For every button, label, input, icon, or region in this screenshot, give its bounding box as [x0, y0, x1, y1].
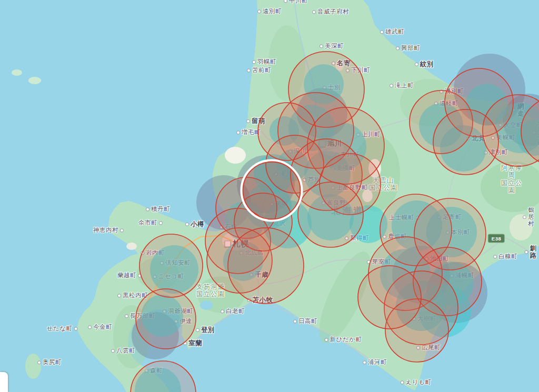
map-label-town: 池田町	[425, 255, 449, 262]
map-label-text: 留萌	[252, 117, 265, 125]
place-dot-icon	[219, 226, 223, 229]
map-label-town: 士別	[323, 84, 341, 91]
map-label-text: 美唄	[275, 200, 288, 207]
place-dot-icon	[257, 10, 261, 14]
place-dot-icon	[320, 45, 323, 48]
map-label-text: 洞爺湖町	[168, 308, 193, 315]
map-label-text: 釧路	[530, 245, 537, 260]
map-label-town: 新ひだか町	[325, 336, 362, 343]
map-label-town: 神恵内村	[93, 227, 124, 234]
map-label-capital: 札幌	[225, 239, 249, 248]
map-label-text: 浦河町	[368, 359, 387, 366]
map-label-town: 羽幌町	[252, 58, 276, 65]
map-label-town: 興部町	[396, 45, 420, 52]
map-label-town: 東川町	[335, 151, 360, 158]
map-label-text: 森町	[150, 367, 163, 374]
map-label-town: 長万部町	[125, 313, 155, 319]
map-label-town: 今金町	[88, 324, 112, 330]
map-label-town: 深川	[288, 148, 306, 155]
place-dot-icon	[412, 317, 416, 321]
map-label-text: 旭川	[327, 139, 342, 148]
place-dot-icon	[270, 203, 274, 206]
map-label-town: 遠別町	[257, 8, 282, 15]
place-dot-icon	[356, 133, 360, 137]
map-label-town: 岩内町	[141, 249, 165, 256]
map-label-town: ニセコ町	[153, 273, 184, 280]
map-label-text: 千歳	[255, 271, 268, 278]
place-dot-icon	[346, 69, 350, 73]
map-label-text: 津別町	[489, 149, 508, 156]
map-label-town: 美深町	[320, 43, 344, 49]
map-label-city: 網走	[512, 103, 530, 118]
map-label-text: 日高町	[298, 318, 317, 325]
map-label-town: 鹿追町	[383, 233, 407, 240]
map-label-town: 岩見沢	[262, 220, 286, 227]
map-control-corner[interactable]	[0, 372, 8, 392]
map-label-text: 蘭越町	[117, 272, 136, 279]
place-dot-icon	[183, 341, 187, 345]
place-dot-icon	[367, 260, 371, 264]
route-badge-e38: E38	[488, 234, 505, 243]
map-label-text: 北海道	[332, 206, 365, 216]
place-dot-icon	[196, 328, 199, 332]
map-label-city: 北見	[466, 135, 485, 142]
map-label-city: 釧路	[525, 245, 537, 260]
map-label-city: 登別	[196, 326, 215, 334]
map-label-text: 興部町	[401, 45, 420, 52]
place-dot-icon	[415, 63, 418, 66]
map-label-town: せたな町	[47, 325, 78, 332]
map-label-text: 鶴居村	[528, 207, 534, 228]
map-label-text: 足寄町	[443, 214, 462, 220]
map-label-text: 大樹町	[417, 315, 436, 322]
map-label-town: 蘭越町	[117, 272, 142, 279]
map-label-text: 小樽	[191, 220, 204, 228]
map-label-text: 羽幌町	[257, 58, 276, 65]
map-label-text: 支笏洞爺 国立公園	[196, 283, 225, 298]
map-canvas[interactable]: 中川町遠別町音威子府村美深町名寄下川町雄武町興部町紋別滝上町湧別町遠軽町網走羽幌…	[0, 0, 539, 392]
map-label-text: 大空町	[504, 122, 523, 128]
place-dot-icon	[323, 86, 326, 90]
place-dot-icon	[498, 124, 502, 127]
map-label-town: 苫前町	[247, 67, 271, 74]
map-label-town: 八雲町	[111, 347, 135, 354]
map-label-town: 倶知安町	[160, 259, 191, 266]
map-label-text: 遠軽町	[440, 100, 458, 107]
map-label-text: 積丹町	[151, 206, 170, 213]
map-label-town: 美幌町	[491, 134, 515, 141]
map-label-text: 神恵内村	[93, 227, 118, 234]
map-label-text: 美幌町	[496, 134, 515, 141]
map-label-town: 大樹町	[412, 315, 436, 322]
place-dot-icon	[141, 252, 144, 255]
map-label-text: 上士幌町	[389, 214, 414, 221]
place-dot-icon	[117, 294, 121, 298]
map-label-text: 新ひだか町	[330, 336, 362, 343]
place-dot-icon	[363, 361, 366, 365]
map-label-city: 名寄	[332, 59, 351, 67]
place-dot-icon	[293, 320, 297, 324]
map-label-park: 支笏洞爺 国立公園	[196, 283, 225, 298]
map-label-city: 留萌	[246, 117, 265, 125]
map-label-town: 伊達	[174, 318, 192, 325]
place-dot-icon	[466, 137, 470, 140]
place-dot-icon	[274, 173, 278, 176]
map-label-town: 森町	[145, 367, 163, 374]
map-label-town: 浦河町	[363, 359, 387, 366]
map-label-text: 湧別町	[445, 88, 464, 95]
map-label-text: 芽室町	[372, 258, 391, 265]
map-label-text: 登別	[201, 326, 215, 334]
map-label-text: 池田町	[430, 255, 449, 262]
map-label-park: 阿寒摩周 国立公園	[498, 164, 525, 195]
place-dot-icon	[247, 69, 251, 73]
map-label-town: 上富良野町	[331, 184, 368, 191]
map-label-text: 苫小牧	[253, 296, 273, 304]
map-label-town: 白糠町	[493, 253, 517, 260]
map-label-park: 大雪山 国立公園	[369, 177, 397, 192]
place-dot-icon	[416, 216, 420, 220]
map-label-town: 上川町	[356, 131, 381, 138]
map-label-text: 滝上町	[395, 82, 414, 89]
map-label-town: えりも町	[401, 379, 432, 386]
map-label-text: 上川町	[362, 131, 381, 138]
map-label-town: 大空町	[498, 122, 523, 128]
map-label-text: ニセコ町	[158, 273, 184, 280]
place-dot-icon	[303, 178, 306, 182]
